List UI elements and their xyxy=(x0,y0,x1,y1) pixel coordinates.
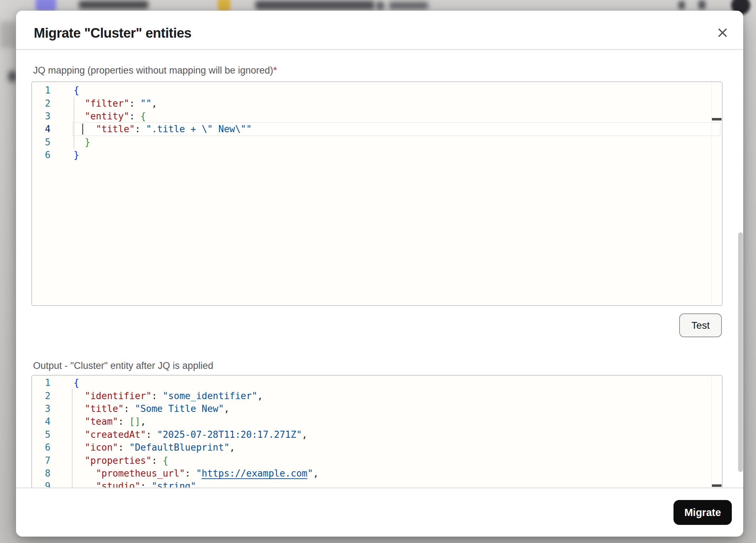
code-line[interactable]: 5 } xyxy=(32,136,722,149)
line-number: 3 xyxy=(32,403,50,414)
output-editor[interactable]: 1{2 "identifier": "some_identifier",3 "t… xyxy=(31,375,723,488)
code-line[interactable]: 7 "properties": { xyxy=(32,454,722,467)
code-text: "studio": "string", xyxy=(50,481,202,488)
backdrop-catalog-label-blob xyxy=(79,1,148,9)
code-text: "entity": { xyxy=(50,111,146,122)
backdrop-toolbar-icon xyxy=(678,1,685,9)
overview-ruler xyxy=(712,82,712,305)
migrate-button[interactable]: Migrate xyxy=(674,500,732,525)
overview-cursor-marker xyxy=(712,484,722,487)
backdrop-selfservice-label-blob xyxy=(255,1,374,10)
line-number: 2 xyxy=(32,391,50,401)
backdrop-search-icon xyxy=(376,1,385,10)
backdrop-search-label-blob xyxy=(389,2,428,9)
code-text: "team": [], xyxy=(50,416,146,427)
code-line[interactable]: 1{ xyxy=(32,376,722,389)
code-text: "filter": "", xyxy=(50,98,157,109)
code-text: } xyxy=(50,137,90,147)
line-number: 9 xyxy=(32,481,50,488)
line-number: 8 xyxy=(32,468,50,479)
code-line[interactable]: 3 "entity": { xyxy=(32,110,722,123)
output-label: Output - "Cluster" entity after JQ is ap… xyxy=(33,360,213,371)
jq-mapping-label: JQ mapping (properties without mapping w… xyxy=(33,65,277,76)
close-button[interactable] xyxy=(714,24,731,41)
code-text: "identifier": "some_identifier", xyxy=(50,391,263,401)
code-text: } xyxy=(50,150,79,160)
line-number: 2 xyxy=(32,98,50,109)
code-text: { xyxy=(50,85,79,96)
code-line[interactable]: 1{ xyxy=(32,84,722,97)
line-number: 7 xyxy=(32,455,50,466)
modal-title: Migrate "Cluster" entities xyxy=(34,26,191,41)
overview-cursor-marker xyxy=(712,118,722,120)
code-line[interactable]: 8 "prometheus_url": "https://example.com… xyxy=(32,467,722,480)
code-line[interactable]: 4 "title": ".title + \" New\"" xyxy=(32,123,722,135)
code-line[interactable]: 5 "createdAt": "2025-07-28T11:20:17.271Z… xyxy=(32,428,722,441)
backdrop-catalog-icon xyxy=(36,0,56,11)
backdrop-selfservice-icon xyxy=(218,0,230,11)
line-number: 5 xyxy=(32,429,50,440)
line-number: 6 xyxy=(32,442,50,453)
code-text: "prometheus_url": "https://example.com", xyxy=(50,468,319,479)
overview-ruler xyxy=(712,376,712,488)
code-text: "icon": "DefaultBlueprint", xyxy=(50,442,235,453)
jq-mapping-editor[interactable]: 1{2 "filter": "",3 "entity": {4 "title":… xyxy=(31,81,723,306)
backdrop-toolbar-icon xyxy=(698,0,706,9)
line-number: 1 xyxy=(32,377,50,388)
code-line[interactable]: 4 "team": [], xyxy=(32,415,722,428)
line-number: 3 xyxy=(32,111,50,122)
page-scrollbar-thumb[interactable] xyxy=(738,232,743,472)
code-text: "createdAt": "2025-07-28T11:20:17.271Z", xyxy=(50,429,307,440)
line-number: 6 xyxy=(32,150,50,160)
line-number: 4 xyxy=(32,124,50,134)
close-icon xyxy=(717,27,728,38)
test-button[interactable]: Test xyxy=(679,313,722,337)
code-line[interactable]: 2 "filter": "", xyxy=(32,97,722,109)
code-text: "properties": { xyxy=(50,455,168,466)
code-line[interactable]: 3 "title": "Some Title New", xyxy=(32,402,722,415)
code-line[interactable]: 6} xyxy=(32,149,722,161)
backdrop-sidebar-dot xyxy=(9,71,16,82)
line-number: 5 xyxy=(32,137,50,147)
header-divider xyxy=(16,49,743,50)
code-text: { xyxy=(50,377,79,388)
backdrop-sidebar-tile xyxy=(0,21,16,48)
code-text: "title": "Some Title New", xyxy=(50,403,229,414)
line-number: 4 xyxy=(32,416,50,427)
code-text: "title": ".title + \" New\"" xyxy=(50,124,252,134)
code-line[interactable]: 6 "icon": "DefaultBlueprint", xyxy=(32,441,722,454)
migrate-entities-modal: Migrate "Cluster" entities JQ mapping (p… xyxy=(16,11,743,537)
line-number: 1 xyxy=(32,85,50,96)
required-marker: * xyxy=(273,65,277,76)
code-line[interactable]: 9 "studio": "string", xyxy=(32,480,722,488)
footer-divider xyxy=(16,488,743,488)
code-line[interactable]: 2 "identifier": "some_identifier", xyxy=(32,389,722,402)
